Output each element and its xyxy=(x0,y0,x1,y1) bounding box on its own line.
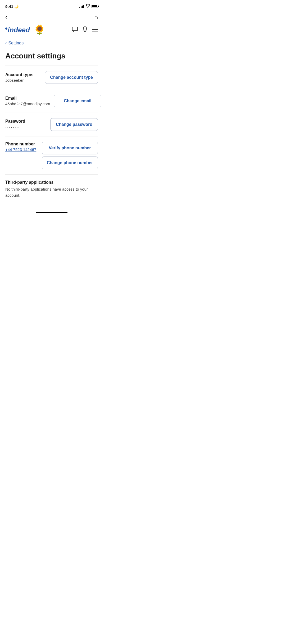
change-account-type-button[interactable]: Change account type xyxy=(45,71,98,84)
phone-value[interactable]: +44 7523 142467 xyxy=(5,147,38,152)
phone-section: Phone number +44 7523 142467 Verify phon… xyxy=(0,136,103,174)
password-info: Password ········ xyxy=(5,119,47,130)
home-bar xyxy=(36,212,67,213)
change-email-button[interactable]: Change email xyxy=(54,95,101,107)
password-value: ········ xyxy=(5,125,47,130)
change-password-button[interactable]: Change password xyxy=(50,118,98,131)
account-type-section: Account type: Jobseeker Change account t… xyxy=(0,66,103,89)
email-section: Email 45abd2c7@moodjoy.com Change email xyxy=(0,89,103,113)
sunflower-emoji: 🌻 xyxy=(34,24,46,35)
account-type-label: Account type: xyxy=(5,72,41,77)
page-title: Account settings xyxy=(0,50,103,66)
breadcrumb[interactable]: ‹ Settings xyxy=(0,38,103,50)
password-label: Password xyxy=(5,119,47,124)
third-party-text: No third-party applications have access … xyxy=(5,186,98,198)
moon-icon: 🌙 xyxy=(14,4,19,8)
status-icons xyxy=(79,4,98,9)
third-party-title: Third-party applications xyxy=(5,180,98,185)
notification-icon[interactable] xyxy=(83,26,87,34)
email-label: Email xyxy=(5,96,50,101)
phone-buttons: Verify phone number Change phone number xyxy=(42,142,98,169)
wifi-icon xyxy=(86,4,90,9)
third-party-section: Third-party applications No third-party … xyxy=(0,175,103,204)
breadcrumb-label: Settings xyxy=(8,41,24,45)
back-button[interactable]: ‹ xyxy=(5,14,7,21)
signal-icon xyxy=(79,4,84,8)
verify-phone-button[interactable]: Verify phone number xyxy=(42,142,98,154)
message-icon[interactable] xyxy=(72,27,78,33)
account-type-info: Account type: Jobseeker xyxy=(5,72,41,82)
phone-info: Phone number +44 7523 142467 xyxy=(5,142,38,152)
account-type-value: Jobseeker xyxy=(5,78,41,82)
header-icons xyxy=(72,26,98,34)
indeed-logo: indeed xyxy=(5,26,30,34)
phone-label: Phone number xyxy=(5,142,38,146)
svg-rect-0 xyxy=(72,27,78,31)
nav-bar: ‹ ⌂ xyxy=(0,12,103,23)
battery-icon xyxy=(92,5,98,8)
menu-icon[interactable] xyxy=(92,27,98,33)
password-section: Password ········ Change password xyxy=(0,113,103,136)
home-indicator xyxy=(0,209,103,215)
change-phone-button[interactable]: Change phone number xyxy=(42,157,98,169)
email-value: 45abd2c7@moodjoy.com xyxy=(5,102,50,106)
email-info: Email 45abd2c7@moodjoy.com xyxy=(5,96,50,106)
home-button[interactable]: ⌂ xyxy=(94,14,98,21)
status-time: 9:41 xyxy=(5,4,13,9)
status-bar: 9:41 🌙 xyxy=(0,0,103,12)
app-header: indeed 🌻 xyxy=(0,23,103,38)
breadcrumb-chevron: ‹ xyxy=(5,41,7,45)
